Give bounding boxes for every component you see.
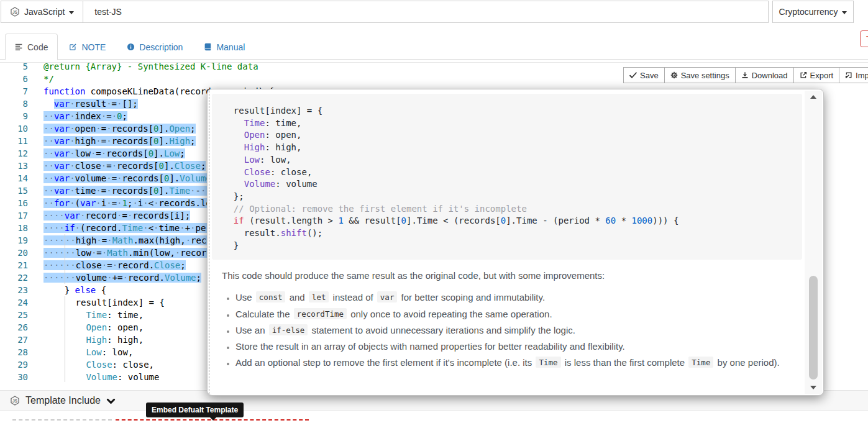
download-button[interactable]: Download — [735, 67, 794, 83]
edit-icon — [69, 43, 77, 51]
tooltip-text: Embed Defualt Template — [152, 406, 238, 414]
code-text: ··var·high·=·records[0].High; — [43, 135, 196, 147]
line-number: 20 — [0, 247, 28, 259]
button-label: Download — [752, 71, 788, 80]
code-text: var·result·=·[]; — [43, 98, 138, 110]
overlay-code-line: Volume: volume — [223, 178, 792, 191]
code-text: ··var·index·=·0; — [43, 110, 127, 122]
template-underline-gray[interactable] — [12, 419, 112, 421]
overlay-scrollbar[interactable] — [805, 91, 822, 394]
editor-toolbar: SaveSave settingsDownloadExportImportFon… — [623, 67, 868, 83]
button-label: Save settings — [681, 71, 729, 80]
tab-manual[interactable]: Manual — [194, 34, 255, 60]
import-button[interactable]: Import — [839, 67, 868, 83]
line-number: 11 — [0, 135, 28, 147]
line-number: 30 — [0, 371, 28, 382]
line-number: 5 — [0, 62, 28, 73]
scroll-down-icon[interactable] — [810, 386, 816, 389]
tab-note[interactable]: NOTE — [59, 34, 116, 60]
strategy-name-text: test-JS — [94, 7, 122, 17]
strategy-name-input[interactable]: test-JS — [83, 1, 768, 22]
code-text: Time: time, — [43, 309, 144, 321]
code-text: ····var·record·=·records[i]; — [43, 209, 190, 222]
code-text: */ — [43, 73, 54, 85]
language-label: JavaScript — [24, 7, 65, 17]
export-button[interactable]: Export — [793, 67, 840, 83]
book-icon — [204, 43, 212, 51]
bullet-item: Use const and let instead of var for bet… — [235, 289, 792, 306]
chevron-down-icon — [106, 397, 116, 406]
overlay-code-line: result.shift(); — [223, 227, 792, 240]
js-logo-icon: JS — [10, 396, 20, 406]
bullet-item: Calculate the recordTime only once to av… — [235, 306, 792, 322]
line-number: 24 — [0, 296, 28, 309]
code-text: ··var·open·=·records[0].Open; — [43, 122, 196, 135]
line-number: 8 — [0, 98, 28, 110]
tab-description[interactable]: Description — [117, 34, 193, 60]
caret-down-icon — [842, 11, 847, 14]
code-text: Close: close, — [43, 358, 154, 371]
button-label: Export — [810, 71, 834, 80]
inline-code: var — [377, 291, 398, 302]
export-icon — [800, 71, 807, 79]
save-button[interactable]: Save — [623, 67, 665, 83]
overlay-code-line: High: high, — [223, 142, 792, 154]
tab-label: Manual — [216, 42, 245, 52]
scrollbar-thumb[interactable] — [809, 276, 818, 380]
tab-label: Code — [27, 42, 48, 52]
button-label: Save — [640, 71, 659, 80]
inline-code: if-else — [269, 324, 308, 335]
overlay-code-line: // Optional: remove the first element if… — [223, 203, 792, 216]
code-text: result[index] = { — [43, 296, 165, 309]
code-text: @return {Array} - Synthesized K-line dat… — [43, 62, 258, 73]
code-list-icon — [15, 43, 23, 51]
info-icon — [127, 43, 135, 51]
tooltip-arrow-icon — [210, 417, 216, 421]
line-number: 29 — [0, 358, 28, 371]
inline-code: Time — [688, 357, 713, 368]
theme-button[interactable]: T — [860, 30, 868, 47]
line-number: 28 — [0, 346, 28, 358]
line-number: 26 — [0, 321, 28, 334]
line-number: 6 — [0, 73, 28, 85]
line-number: 14 — [0, 172, 28, 184]
template-slots-area — [0, 411, 868, 423]
line-number: 16 — [0, 197, 28, 209]
line-number: 15 — [0, 184, 28, 197]
line-number: 23 — [0, 284, 28, 296]
bullet-item: Add an optional step to remove the first… — [235, 355, 792, 371]
code-text: ······close·=·record.Close; — [43, 259, 186, 271]
code-text: Open: open, — [43, 321, 144, 334]
overlay-code-block: result[index] = { Time: time, Open: open… — [212, 94, 802, 260]
check-icon — [629, 71, 637, 79]
inline-code: const — [256, 291, 286, 302]
line-number: 27 — [0, 334, 28, 346]
download-icon — [741, 71, 749, 79]
market-dropdown[interactable]: Cryptocurrency — [772, 1, 854, 23]
language-dropdown[interactable]: JS JavaScript — [1, 1, 83, 22]
tab-label: NOTE — [81, 42, 106, 52]
code-text: High: high, — [43, 334, 144, 346]
button-label: Import — [856, 71, 868, 80]
save-settings-button[interactable]: Save settings — [664, 67, 736, 83]
line-number: 18 — [0, 222, 28, 234]
overlay-content: result[index] = { Time: time, Open: open… — [209, 91, 805, 394]
overlay-bullet-list: Use const and let instead of var for bet… — [209, 289, 792, 370]
code-text: Volume: volume — [43, 371, 159, 382]
overlay-code-line: result[index] = { — [223, 105, 792, 117]
inline-code: let — [309, 291, 329, 302]
inline-code: Time — [536, 357, 560, 368]
code-text: ··var·volume·=·records[0].Volume; — [43, 172, 216, 184]
code-text: } else { — [43, 284, 106, 296]
import-icon — [845, 71, 852, 79]
js-logo-icon: JS — [10, 7, 20, 17]
line-number: 12 — [0, 147, 28, 160]
line-number: 10 — [0, 122, 28, 135]
overlay-paragraph: This code should produce the same result… — [222, 270, 793, 282]
caret-down-icon — [69, 11, 74, 14]
overlay-code-line: Close: close, — [223, 166, 792, 179]
svg-text:JS: JS — [12, 399, 18, 403]
tab-code[interactable]: Code — [5, 34, 58, 60]
svg-text:JS: JS — [12, 10, 18, 14]
scroll-up-icon[interactable] — [810, 95, 816, 99]
